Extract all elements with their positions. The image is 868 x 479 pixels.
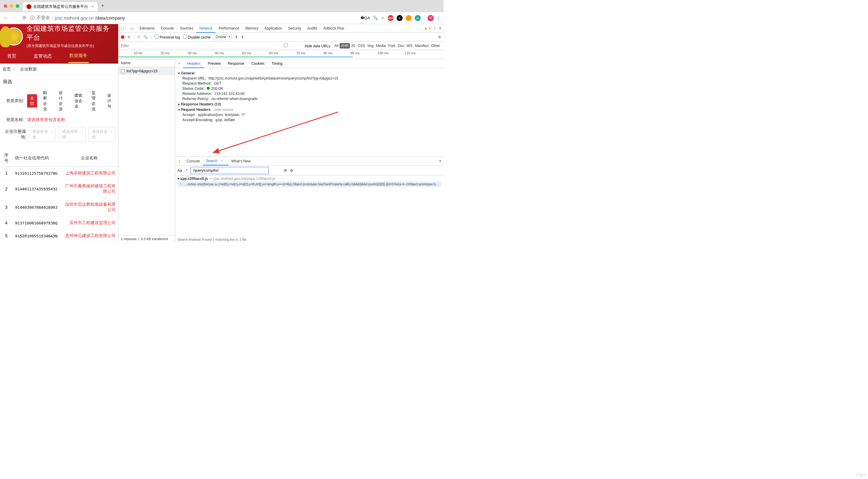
devtools-tab-network[interactable]: Network [196, 24, 216, 33]
bookmark-icon[interactable]: ☆ [381, 16, 384, 20]
request-row[interactable]: list?pg=0&pgsz=15 [119, 67, 175, 75]
search-result-file[interactable]: ▾ app.c295acc0.js — jzsc.mohurd.gov.cn/j… [178, 177, 441, 181]
download-icon[interactable]: ⬇ [241, 35, 244, 39]
close-tab-icon[interactable]: × [92, 4, 94, 9]
match-case-toggle[interactable]: Aa [178, 168, 182, 172]
devtools-tab-memory[interactable]: Memory [242, 24, 261, 32]
tag-design[interactable]: 设计企业 [56, 89, 68, 113]
drawer-tab-console[interactable]: Console [184, 157, 203, 165]
refresh-search-icon[interactable]: ⟳ [284, 168, 287, 172]
record-button[interactable] [121, 35, 124, 39]
devtools-tab-audits[interactable]: Audits [304, 24, 320, 32]
settings-icon[interactable]: ⚙ [438, 35, 441, 39]
devtools-tab-application[interactable]: Application [261, 24, 285, 32]
table-row[interactable]: 2914401137435939432广州市番禺南村建筑工程有限公司 [0, 180, 118, 198]
devtools-close-icon[interactable]: × [439, 26, 441, 30]
detail-tab-headers[interactable]: Headers [183, 60, 204, 68]
table-row[interactable]: 191310112575879378G上海卓研建筑工程有限公司 [0, 167, 118, 180]
zoom-icon[interactable]: 🔍 [373, 16, 378, 20]
drawer-tab-whatsnew[interactable]: What's New [228, 157, 254, 165]
response-headers-section[interactable]: Response Headers (13) [178, 102, 441, 106]
new-tab-button[interactable]: + [101, 3, 104, 9]
general-section[interactable]: General [178, 71, 441, 75]
search-result-line[interactable]: 1…nction e(e){for(var a,r,l=e[0],c=e[1],… [178, 181, 441, 187]
back-button[interactable]: ← [3, 15, 9, 21]
clear-search-icon[interactable]: ⊘ [290, 168, 293, 172]
tag-supervision[interactable]: 监理企业 [89, 89, 101, 113]
filter-type-all[interactable]: All [333, 43, 340, 49]
search-icon[interactable]: 🔍 [143, 35, 148, 39]
filter-type-img[interactable]: Img [366, 43, 375, 49]
network-timeline[interactable]: 10 ms20 ms30 ms40 ms50 ms60 ms70 ms80 ms… [119, 50, 444, 59]
preserve-log-checkbox[interactable]: Preserve log [155, 35, 180, 39]
filter-type-xhr[interactable]: XHR [340, 43, 350, 49]
tag-construction[interactable]: 建筑业企业 [71, 92, 86, 110]
detail-tab-cookies[interactable]: Cookies [248, 60, 268, 67]
hide-data-urls-checkbox[interactable]: Hide data URLs [268, 43, 330, 48]
extension-x-icon[interactable]: X [397, 15, 403, 21]
filter-input[interactable] [121, 44, 157, 48]
close-search-tab-icon[interactable]: × [218, 159, 225, 163]
table-row[interactable]: 691310116630783484J上海欣世纪幕墙工程有限公司 [0, 243, 118, 243]
nav-data-service[interactable]: 数据服务 [68, 49, 89, 63]
devtools-tab-security[interactable]: Security [285, 24, 304, 32]
drawer-tab-search[interactable]: Search × [203, 157, 228, 165]
abp-extension-icon[interactable]: ABP [388, 15, 394, 21]
table-row[interactable]: 491371600166897938Q滨州市工程建设监理公司 [0, 217, 118, 229]
request-checkbox[interactable] [121, 69, 125, 73]
address-field[interactable]: ⓘ 不安全 | jzsc.mohurd.gov.cn/data/company [30, 15, 358, 21]
filter-type-js[interactable]: JS [350, 43, 356, 49]
filter-type-ws[interactable]: WS [405, 43, 413, 49]
warning-badge[interactable]: ▲ 4 [424, 26, 431, 30]
filter-type-media[interactable]: Media [375, 43, 387, 49]
city-select[interactable]: 请选择市级 [59, 127, 86, 142]
filter-type-other[interactable]: Other [430, 43, 441, 49]
disable-cache-checkbox[interactable]: Disable cache [183, 35, 211, 39]
filter-type-manifest[interactable]: Manifest [414, 43, 430, 49]
browser-tab[interactable]: 全国建筑市场监管公共服务平台 × [23, 2, 98, 11]
drawer-menu-icon[interactable]: ⋮ [175, 159, 184, 163]
filter-type-font[interactable]: Font [387, 43, 397, 49]
devtools-tab-adblock-plus[interactable]: Adblock Plus [320, 24, 347, 32]
device-toggle-icon[interactable]: ▭ [127, 24, 136, 32]
profile-avatar[interactable]: 明 [428, 15, 434, 21]
tag-survey[interactable]: 勘察企业 [40, 89, 53, 113]
request-headers-section[interactable]: Request Headersview source [178, 107, 441, 112]
reload-button[interactable]: ⟳ [21, 15, 27, 21]
table-row[interactable]: 591520100551934643N贵州坤元建设工程有限公司 [0, 229, 118, 243]
translate-icon[interactable]: �GA [361, 16, 370, 20]
throttle-select[interactable]: Online [214, 34, 232, 40]
upload-icon[interactable]: ⬆ [235, 35, 238, 39]
devtools-tab-console[interactable]: Console [158, 24, 177, 32]
regex-toggle[interactable]: .* [185, 168, 187, 172]
extension-teal-icon[interactable]: m [415, 15, 421, 21]
tag-all[interactable]: 全部 [27, 94, 37, 107]
county-select[interactable]: 请选择县级 [89, 127, 116, 142]
drawer-close-icon[interactable]: × [437, 159, 444, 163]
province-select[interactable]: 请选择省份 [29, 127, 56, 142]
filter-type-css[interactable]: CSS [356, 43, 367, 49]
devtools-menu-icon[interactable]: ⋮ [433, 26, 437, 30]
filter-icon[interactable]: ▽ [137, 35, 140, 39]
crumb-company[interactable]: 企业数据 [20, 67, 37, 71]
devtools-tab-performance[interactable]: Performance [216, 24, 242, 32]
minimize-window-icon[interactable] [10, 4, 13, 8]
forward-button[interactable]: → [12, 15, 18, 21]
qual-name-select[interactable]: 请选择资质包含名称 [27, 117, 65, 123]
close-detail-icon[interactable]: × [175, 61, 183, 66]
zoom-window-icon[interactable] [16, 4, 19, 8]
close-window-icon[interactable] [4, 4, 7, 8]
devtools-tab-sources[interactable]: Sources [177, 24, 196, 32]
detail-tab-response[interactable]: Response [224, 60, 248, 67]
chrome-menu-icon[interactable]: ⋮ [437, 16, 441, 20]
filter-type-doc[interactable]: Doc [397, 43, 405, 49]
inspect-icon[interactable]: ⬚ [119, 24, 127, 32]
nav-home[interactable]: 首页 [6, 50, 18, 63]
detail-tab-timing[interactable]: Timing [268, 60, 286, 67]
detail-tab-preview[interactable]: Preview [204, 60, 224, 67]
clear-button[interactable]: ⊘ [127, 35, 130, 39]
nav-supervision[interactable]: 监管动态 [33, 50, 53, 63]
search-input[interactable] [190, 167, 269, 174]
table-row[interactable]: 391440300708441899J深圳市宝达辉机电设备有限公司 [0, 198, 118, 217]
devtools-tab-elements[interactable]: Elements [136, 24, 158, 32]
